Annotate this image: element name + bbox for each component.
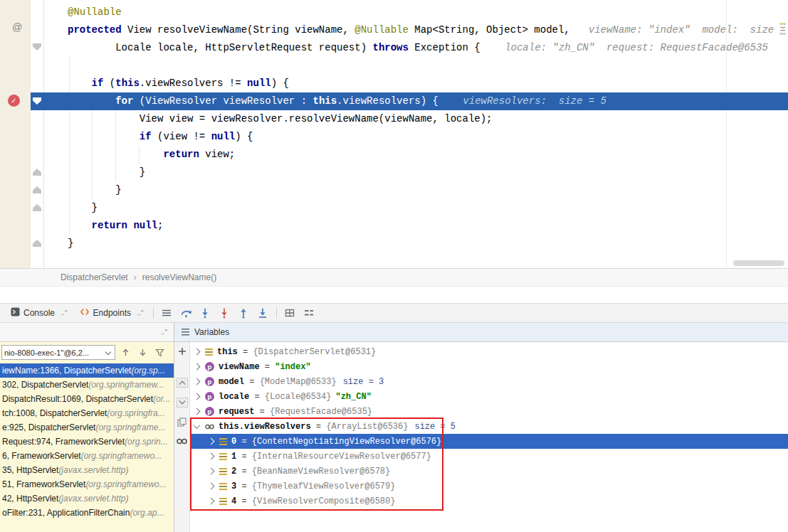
frame-item[interactable]: tch:1008, DispatcherServlet (org.springf… (0, 406, 174, 420)
frames-panel-header: →" (0, 323, 174, 342)
variable-row[interactable]: plocale = {Locale@6534}"zh_CN" (190, 389, 788, 404)
variable-name: locale (219, 392, 249, 402)
tab-endpoints-label: Endpoints (93, 308, 131, 318)
scroll-down-button[interactable] (177, 398, 188, 408)
menu-icon[interactable] (157, 305, 177, 321)
frame-item[interactable]: iewName:1366, DispatcherServlet (org.sp.… (0, 363, 174, 378)
variable-row[interactable]: prequest = {RequestFacade@6535} (190, 404, 788, 419)
scroll-up-button[interactable] (177, 378, 188, 388)
add-watch-button[interactable] (177, 346, 187, 356)
thread-selector-dropdown[interactable]: nio-8080-exec-1"@6,2... (1, 345, 115, 360)
frame-item[interactable]: 302, DispatcherServlet (org.springframew… (0, 378, 174, 392)
chevron-right-icon[interactable] (208, 468, 215, 475)
code-segment: this (115, 78, 140, 89)
toolbar-separator (153, 307, 154, 319)
breadcrumb-item[interactable]: DispatcherServlet (61, 272, 128, 282)
code-segment (68, 220, 92, 231)
chevron-right-icon[interactable] (194, 408, 201, 415)
step-out-icon[interactable] (234, 305, 253, 321)
tab-overflow-icon[interactable]: →" (135, 309, 143, 317)
previous-frame-button[interactable] (119, 346, 132, 359)
code-line[interactable]: if (this.viewResolvers != null) { (31, 75, 788, 92)
memory-view-icon[interactable] (280, 305, 300, 321)
code-segment: } (68, 238, 73, 249)
editor-scrollbar-thumb[interactable] (733, 260, 784, 266)
frame-item[interactable]: 35, HttpServlet (javax.servlet.http) (0, 463, 174, 477)
breakpoint-icon[interactable]: ✓ (8, 95, 20, 107)
variable-row[interactable]: this.viewResolvers = {ArrayList@6536}siz… (190, 419, 788, 434)
chevron-right-icon[interactable] (194, 363, 201, 371)
current-execution-line[interactable]: for (ViewResolver viewResolver : this.vi… (31, 92, 788, 110)
frame-item[interactable]: DispatchResult:1069, DispatcherServlet (… (0, 392, 174, 406)
code-line[interactable]: protected View resolveViewName(String vi… (31, 21, 788, 39)
variable-row[interactable]: pviewName = "index" (190, 359, 788, 374)
copy-stack-icon[interactable] (177, 417, 187, 427)
code-line[interactable]: View view = viewResolver.resolveViewName… (31, 110, 788, 128)
frame-item[interactable]: 42, HttpServlet (javax.servlet.http) (0, 491, 174, 506)
frame-item[interactable]: e:925, DispatcherServlet (org.springfram… (0, 420, 174, 435)
chevron-down-icon[interactable] (194, 422, 201, 429)
chevron-right-icon[interactable] (208, 438, 215, 445)
breadcrumb-item[interactable]: resolveViewName() (142, 272, 216, 282)
frame-item[interactable]: Request:974, FrameworkServlet (org.sprin… (0, 435, 174, 449)
tab-console[interactable]: Console →" (4, 304, 73, 322)
error-stripe-mark[interactable] (779, 23, 786, 25)
chevron-right-icon[interactable] (194, 393, 201, 400)
tab-overflow-icon[interactable]: →" (58, 309, 67, 317)
variable-row[interactable]: 3 = {ThymeleafViewResolver@6579} (190, 479, 788, 494)
code-line[interactable]: @Nullable (31, 4, 788, 21)
value-icon (219, 468, 227, 475)
editor-gutter[interactable]: @ ✓ (0, 0, 31, 268)
code-line[interactable]: if (view != null) { (31, 128, 788, 146)
layout-settings-icon[interactable] (300, 305, 319, 321)
thread-selector-label: nio-8080-exec-1"@6,2... (4, 349, 89, 357)
run-to-cursor-icon[interactable] (253, 305, 273, 321)
variable-row[interactable]: 1 = {InternalResourceViewResolver@6577} (190, 449, 788, 464)
variable-row[interactable]: this = {DispatcherServlet@6531} (190, 344, 788, 359)
frame-item[interactable]: 51, FrameworkServlet (org.springframewo.… (0, 477, 174, 491)
value-icon (219, 453, 227, 460)
force-step-into-icon[interactable] (215, 305, 234, 321)
menu-icon[interactable] (182, 329, 189, 336)
chevron-right-icon[interactable] (208, 483, 215, 490)
code-line[interactable]: } (31, 181, 788, 199)
variable-row[interactable]: 4 = {ViewResolverComposite@6580} (190, 494, 788, 509)
chevron-right-icon[interactable] (194, 349, 201, 356)
code-lines[interactable]: @Nullableprotected View resolveViewName(… (31, 4, 788, 252)
equals-sign: = (236, 496, 252, 506)
error-stripe-mark[interactable] (779, 33, 786, 35)
variable-string-value: "zh_CN" (335, 392, 371, 402)
next-frame-button[interactable] (136, 346, 149, 359)
code-segment: View view = viewResolver.resolveViewName… (68, 113, 493, 124)
chevron-right-icon[interactable] (194, 378, 201, 385)
variable-row[interactable]: pmodel = {ModelMap@6533}size = 3 (190, 374, 788, 389)
code-line[interactable]: return view; (31, 146, 788, 164)
code-line[interactable]: } (31, 199, 788, 217)
chevron-right-icon[interactable] (208, 498, 215, 505)
code-line[interactable]: return null; (31, 217, 788, 235)
panel-options-icon[interactable]: →" (158, 329, 167, 336)
step-into-icon[interactable] (196, 305, 215, 321)
frame-item[interactable]: oFilter:231, ApplicationFilterChain (org… (0, 506, 174, 520)
code-editor[interactable]: @ ✓ @Nullableprotected View resolveViewN… (0, 0, 788, 269)
step-over-icon[interactable] (177, 305, 196, 321)
variable-row[interactable]: 0 = {ContentNegotiatingViewResolver@6576… (190, 434, 788, 449)
equals-sign: = (244, 377, 260, 387)
variable-reference: {ViewResolverComposite@6580} (252, 496, 396, 506)
frame-package: (org.ap... (130, 508, 164, 518)
variables-tree: this = {DispatcherServlet@6531}pviewName… (190, 344, 788, 509)
inline-debug-hint: locale: "zh_CN" request: RequestFacade@6… (505, 42, 768, 53)
variables-header-label: Variables (194, 327, 229, 337)
variable-reference: {ContentNegotiatingViewResolver@6576} (252, 437, 441, 447)
chevron-right-icon[interactable] (208, 453, 215, 460)
code-line[interactable]: } (31, 235, 788, 252)
tab-endpoints[interactable]: Endpoints →" (73, 304, 149, 322)
frame-item[interactable]: 6, FrameworkServlet (org.springframewo..… (0, 449, 174, 463)
code-line[interactable]: Locale locale, HttpServletRequest reques… (31, 39, 788, 57)
filter-icon[interactable] (153, 346, 167, 359)
code-line[interactable] (31, 57, 788, 75)
watch-return-values-icon[interactable] (177, 438, 187, 445)
code-line[interactable]: } (31, 164, 788, 181)
frame-text: DispatchResult:1069, DispatcherServlet (2, 394, 153, 404)
variable-row[interactable]: 2 = {BeanNameViewResolver@6578} (190, 464, 788, 479)
